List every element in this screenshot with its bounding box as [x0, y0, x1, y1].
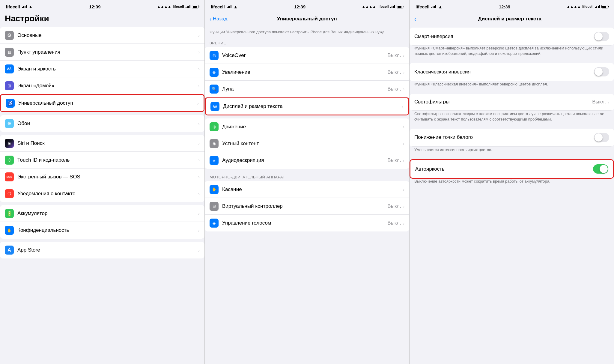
item-voiceover[interactable]: ◎ VoiceOver Выкл. › [205, 47, 409, 64]
icon-motion: ◎ [210, 122, 219, 131]
carrier-2: lifecell [211, 4, 225, 9]
item-home[interactable]: ⊞ Экран «Домой» › [0, 77, 204, 94]
chevron-basics: › [198, 33, 200, 38]
knob-smart-invert [595, 32, 603, 40]
item-siri[interactable]: ◉ Siri и Поиск › [0, 135, 204, 152]
item-battery[interactable]: 🔋 Аккумулятор › [0, 205, 204, 222]
battery-body-3 [601, 5, 608, 8]
status-right-1: ▲▲▲▲ lifecell [157, 4, 198, 9]
item-audiodesc[interactable]: ◈ Аудиодескрипция Выкл. › [205, 152, 409, 169]
item-control-center[interactable]: ▦ Пункт управления › [0, 44, 204, 61]
carrier-r2: lifecell [377, 4, 389, 9]
reduce-white-wrap: Понижение точки белого [410, 129, 614, 147]
label-siri: Siri и Поиск [17, 140, 198, 146]
item-display[interactable]: AA Экран и яркость › [0, 61, 204, 77]
signal-bars-1 [22, 5, 27, 8]
chevron-app-store: › [198, 248, 200, 253]
group-color-filters: Светофильтры Выкл. › Светофильтры позвол… [410, 94, 614, 126]
chevron-audiodesc: › [403, 158, 404, 163]
chevron-home: › [198, 83, 200, 88]
screens-container: lifecell ▲ 12:39 ▲▲▲▲ lifecell [0, 0, 614, 364]
value-voiceover: Выкл. [387, 52, 401, 58]
toggle-smart-invert[interactable] [594, 32, 609, 41]
desc-color-filters: Светофильтры позволяют людям с плохим во… [410, 111, 614, 126]
label-home: Экран «Домой» [17, 83, 198, 89]
item-wallpaper[interactable]: ❋ Обои › [0, 115, 204, 132]
icon-spoken: ◉ [210, 139, 219, 148]
nav-bar-3: ‹ Дисплей и размер текста [410, 13, 614, 26]
item-basics[interactable]: ⚙ Основные › [0, 27, 204, 44]
bar2 [23, 6, 24, 8]
label-control-center: Пункт управления [17, 49, 198, 55]
signal-3 [431, 5, 437, 8]
bar4 [26, 5, 27, 8]
label-voice-ctrl: Управление голосом [222, 220, 387, 226]
page-title-1: Настройки [5, 14, 200, 23]
battery-icon-1 [192, 5, 198, 8]
toggle-classic-invert[interactable] [594, 67, 609, 76]
icon-control-center: ▦ [5, 48, 14, 57]
carrier-r3: lifecell [582, 4, 593, 9]
chevron-voiceover: › [403, 53, 404, 58]
knob-reduce-white [595, 133, 603, 142]
icon-voiceover: ◎ [210, 51, 219, 60]
wifi-3: ▲ [438, 4, 443, 9]
back-icon-2: ‹ [210, 16, 212, 22]
label-smart-invert: Смарт-инверсия [414, 34, 594, 40]
group-auto-brightness: Автояркость Выключение автояркости может… [410, 159, 614, 188]
label-color-filters: Светофильтры [414, 99, 592, 105]
knob-classic-invert [595, 68, 603, 76]
icon-siri: ◉ [5, 139, 14, 148]
bar-r1 [186, 7, 186, 8]
label-reduce-white: Понижение точки белого [414, 134, 594, 140]
label-classic-invert: Классическая инверсия [414, 69, 594, 75]
accessibility-list: Функции Универсального доступа помогают … [205, 26, 409, 364]
back-button-3[interactable]: ‹ [414, 16, 416, 22]
icon-display: AA [5, 64, 14, 73]
group-siri: ◉ Siri и Поиск › ⬡ Touch ID и код-пароль… [0, 135, 204, 202]
item-display-text[interactable]: AA Дисплей и размер текста › [205, 97, 409, 115]
item-accessibility[interactable]: ♿ Универсальный доступ › [0, 94, 204, 112]
signal-r2: ▲▲▲▲ [362, 4, 376, 9]
group-reduce-white: Понижение точки белого Уменьшается интен… [410, 129, 614, 156]
chevron-accessibility: › [197, 101, 199, 106]
item-motion[interactable]: ◎ Движение › [205, 118, 409, 135]
label-display: Экран и яркость [17, 66, 198, 72]
battery-fill-1 [193, 6, 197, 8]
screen-settings-main: lifecell ▲ 12:39 ▲▲▲▲ lifecell [0, 0, 205, 364]
value-audiodesc: Выкл. [387, 157, 401, 163]
section-vision: ЗРЕНИЕ [205, 38, 409, 47]
chevron-zoom: › [403, 70, 404, 75]
label-magnifier: Лупа [222, 86, 387, 92]
item-privacy[interactable]: ✋ Конфиденциальность › [0, 222, 204, 239]
item-spoken[interactable]: ◉ Устный контент › [205, 135, 409, 152]
item-zoom[interactable]: ⊕ Увеличение Выкл. › [205, 64, 409, 81]
back-button-2[interactable]: ‹ Назад [210, 16, 227, 22]
item-contact-notify[interactable]: ❍ Уведомления о контакте › [0, 185, 204, 202]
group-appearance: ❋ Обои › [0, 115, 204, 132]
item-app-store[interactable]: A App Store › [0, 242, 204, 258]
item-virtual-ctrl[interactable]: ⊞ Виртуальный контроллер Выкл. › [205, 198, 409, 215]
item-voice-ctrl[interactable]: ◈ Управление голосом Выкл. › [205, 215, 409, 231]
status-time-2: 12:39 [294, 4, 306, 9]
item-sos[interactable]: SOS Экстренный вызов — SOS › [0, 169, 204, 185]
label-zoom: Увеличение [222, 69, 387, 75]
item-touch[interactable]: ✋ Касание › [205, 181, 409, 198]
knob-auto-brightness [600, 165, 608, 173]
bar-r4 [189, 5, 190, 8]
color-filters-wrap: Светофильтры Выкл. › [410, 94, 614, 111]
battery-body-1 [192, 5, 198, 8]
toggle-auto-brightness[interactable] [593, 164, 608, 174]
item-magnifier[interactable]: 🔍 Лупа Выкл. › [205, 81, 409, 97]
label-battery: Аккумулятор [17, 210, 198, 216]
row-color-filters[interactable]: Светофильтры Выкл. › [410, 94, 614, 111]
label-touch: Касание [222, 186, 403, 192]
icon-virtual-ctrl: ⊞ [210, 202, 219, 211]
label-audiodesc: Аудиодескрипция [222, 157, 387, 163]
signal-r3: ▲▲▲▲ [567, 4, 581, 9]
toggle-reduce-white[interactable] [594, 133, 609, 142]
item-touch-id[interactable]: ⬡ Touch ID и код-пароль › [0, 152, 204, 169]
label-motion: Движение [222, 124, 403, 130]
value-magnifier: Выкл. [387, 86, 401, 92]
chevron-control-center: › [198, 49, 200, 55]
